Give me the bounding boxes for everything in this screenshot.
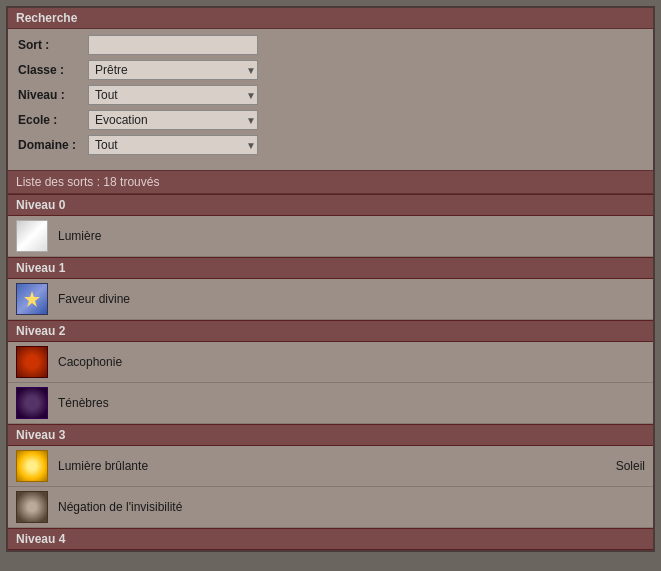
spell-row-lumiere[interactable]: Lumière [8,216,653,257]
spell-row-faveur[interactable]: Faveur divine [8,279,653,320]
domaine-select[interactable]: Tout SoleilLuneGuerre MortVie [88,135,258,155]
level-header-3: Niveau 3 [8,424,653,446]
spell-icon-lumiere-brul [16,450,48,482]
spell-name-faveur: Faveur divine [58,292,645,306]
level-3-label: Niveau 3 [16,428,65,442]
results-header: Liste des sorts : 18 trouvés [8,170,653,194]
spell-tag-lumiere-brul: Soleil [616,459,645,473]
ecole-select[interactable]: Tout Evocation AbjurationConjurationDivi… [88,110,258,130]
level-1-label: Niveau 1 [16,261,65,275]
spell-name-lumiere: Lumière [58,229,645,243]
main-container: Recherche Sort : Classe : Prêtre Guerrie… [6,6,655,552]
spell-icon-cacophonie [16,346,48,378]
ecole-label: Ecole : [18,113,88,127]
spell-icon-faveur [16,283,48,315]
level-header-2: Niveau 2 [8,320,653,342]
spell-row-negation[interactable]: Négation de l'invisibilité [8,487,653,528]
classe-select-wrap: Prêtre Guerrier Mage Paladin Rôdeur ▼ [88,60,258,80]
level-2-label: Niveau 2 [16,324,65,338]
search-form: Sort : Classe : Prêtre Guerrier Mage Pal… [8,29,653,170]
spell-row-tenebres[interactable]: Ténèbres [8,383,653,424]
results-count: Liste des sorts : 18 trouvés [16,175,159,189]
spell-name-lumiere-brul: Lumière brûlante [58,459,606,473]
recherche-header: Recherche [8,8,653,29]
spell-icon-tenebres [16,387,48,419]
ecole-row: Ecole : Tout Evocation AbjurationConjura… [18,110,643,130]
level-0-label: Niveau 0 [16,198,65,212]
domaine-select-wrap: Tout SoleilLuneGuerre MortVie ▼ [88,135,258,155]
level-header-1: Niveau 1 [8,257,653,279]
spell-row-lumiere-brul[interactable]: Lumière brûlante Soleil [8,446,653,487]
classe-select[interactable]: Prêtre Guerrier Mage Paladin Rôdeur [88,60,258,80]
ecole-select-wrap: Tout Evocation AbjurationConjurationDivi… [88,110,258,130]
classe-label: Classe : [18,63,88,77]
classe-row: Classe : Prêtre Guerrier Mage Paladin Rô… [18,60,643,80]
niveau-select[interactable]: Tout 0123 4567 89 [88,85,258,105]
level-header-4: Niveau 4 [8,528,653,550]
niveau-row: Niveau : Tout 0123 4567 89 ▼ [18,85,643,105]
spell-name-cacophonie: Cacophonie [58,355,645,369]
spell-icon-negation [16,491,48,523]
level-4-label: Niveau 4 [16,532,65,546]
sort-input[interactable] [88,35,258,55]
spell-name-negation: Négation de l'invisibilité [58,500,645,514]
domaine-label: Domaine : [18,138,88,152]
recherche-title: Recherche [16,11,77,25]
niveau-label: Niveau : [18,88,88,102]
spell-icon-lumiere [16,220,48,252]
niveau-select-wrap: Tout 0123 4567 89 ▼ [88,85,258,105]
level-header-0: Niveau 0 [8,194,653,216]
sort-label: Sort : [18,38,88,52]
spell-row-cacophonie[interactable]: Cacophonie [8,342,653,383]
domaine-row: Domaine : Tout SoleilLuneGuerre MortVie … [18,135,643,155]
spell-name-tenebres: Ténèbres [58,396,645,410]
sort-row: Sort : [18,35,643,55]
